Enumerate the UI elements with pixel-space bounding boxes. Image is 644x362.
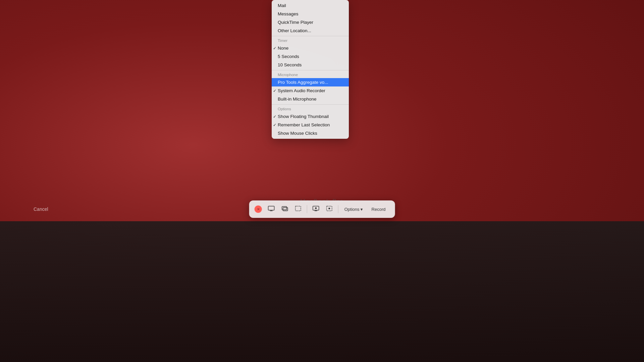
menu-item-mail[interactable]: Mail bbox=[272, 1, 349, 10]
capture-selected-portion-button[interactable] bbox=[292, 203, 304, 215]
separator-3 bbox=[272, 104, 349, 105]
record-screen-icon bbox=[312, 205, 320, 214]
menu-item-timer-5s[interactable]: 5 Seconds bbox=[272, 52, 349, 61]
menu-item-pro-tools[interactable]: Pro Tools Aggregate vo... bbox=[272, 78, 349, 86]
menu-item-pro-tools-label: Pro Tools Aggregate vo... bbox=[278, 80, 328, 85]
menu-item-timer-none-label: None bbox=[278, 46, 288, 51]
svg-point-7 bbox=[315, 207, 317, 209]
menu-item-show-floating-thumbnail[interactable]: ✓ Show Floating Thumbnail bbox=[272, 112, 349, 121]
svg-point-11 bbox=[328, 207, 330, 209]
options-section-header: Options bbox=[272, 106, 349, 112]
options-button[interactable]: Options ▾ bbox=[341, 205, 366, 214]
menu-item-system-audio[interactable]: ✓ System Audio Recorder bbox=[272, 86, 349, 95]
options-dropdown: Mail Messages QuickTime Player Other Loc… bbox=[272, 0, 349, 139]
menu-item-show-mouse-clicks-label: Show Mouse Clicks bbox=[278, 131, 317, 136]
menu-item-messages[interactable]: Messages bbox=[272, 10, 349, 18]
menu-item-quicktime-label: QuickTime Player bbox=[278, 20, 313, 25]
menu-item-timer-10s[interactable]: 10 Seconds bbox=[272, 61, 349, 69]
menu-item-builtin-mic-label: Built-in Microphone bbox=[278, 97, 317, 102]
checkmark-system-audio: ✓ bbox=[273, 88, 276, 93]
menu-item-other-location-label: Other Location... bbox=[278, 28, 311, 33]
svg-rect-4 bbox=[283, 207, 288, 211]
selection-icon bbox=[294, 205, 302, 214]
toolbar-divider-2 bbox=[338, 205, 338, 213]
chevron-down-icon: ▾ bbox=[360, 207, 363, 212]
menu-item-show-floating-thumbnail-label: Show Floating Thumbnail bbox=[278, 114, 329, 119]
record-entire-screen-button[interactable] bbox=[310, 203, 322, 215]
menu-item-timer-none[interactable]: ✓ None bbox=[272, 44, 349, 52]
toolbar-divider bbox=[307, 205, 307, 213]
svg-rect-5 bbox=[296, 206, 301, 211]
timer-section-header: Timer bbox=[272, 37, 349, 44]
options-label: Options bbox=[344, 207, 360, 212]
close-icon: ✕ bbox=[257, 207, 260, 212]
menu-item-messages-label: Messages bbox=[278, 11, 299, 16]
separator-2 bbox=[272, 70, 349, 70]
checkmark-floating-thumbnail: ✓ bbox=[273, 114, 276, 119]
screenshot-toolbar: ✕ bbox=[249, 200, 395, 218]
checkmark-remember-selection: ✓ bbox=[273, 123, 276, 127]
menu-item-timer-5s-label: 5 Seconds bbox=[278, 54, 299, 59]
menu-item-system-audio-label: System Audio Recorder bbox=[278, 88, 325, 93]
checkmark-none: ✓ bbox=[273, 46, 276, 51]
menu-item-other-location[interactable]: Other Location... bbox=[272, 26, 349, 35]
screen-icon bbox=[268, 205, 275, 214]
window-icon bbox=[281, 205, 288, 214]
microphone-section-header: Microphone bbox=[272, 71, 349, 78]
svg-rect-0 bbox=[268, 206, 274, 210]
capture-selected-window-button[interactable] bbox=[279, 203, 291, 215]
menu-item-show-mouse-clicks[interactable]: Show Mouse Clicks bbox=[272, 129, 349, 137]
menu-item-remember-last-selection-label: Remember Last Selection bbox=[278, 122, 330, 127]
menu-item-remember-last-selection[interactable]: ✓ Remember Last Selection bbox=[272, 121, 349, 129]
close-button[interactable]: ✕ bbox=[255, 205, 262, 213]
keyboard-area bbox=[0, 221, 644, 362]
record-button[interactable]: Record bbox=[367, 205, 389, 214]
menu-item-builtin-mic[interactable]: Built-in Microphone bbox=[272, 95, 349, 103]
capture-entire-screen-button[interactable] bbox=[265, 203, 277, 215]
record-selection-icon bbox=[326, 205, 333, 214]
menu-item-quicktime[interactable]: QuickTime Player bbox=[272, 18, 349, 26]
menu-item-mail-label: Mail bbox=[278, 3, 286, 8]
record-selected-portion-button[interactable] bbox=[323, 203, 335, 215]
cancel-label: Cancel bbox=[34, 206, 48, 212]
separator-1 bbox=[272, 36, 349, 36]
menu-item-timer-10s-label: 10 Seconds bbox=[278, 62, 302, 67]
